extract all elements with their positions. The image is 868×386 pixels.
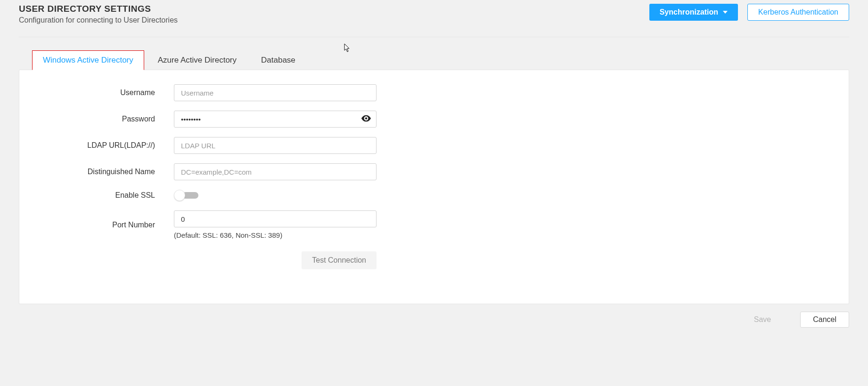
toggle-password-visibility-button[interactable] — [360, 113, 373, 125]
username-label: Username — [47, 88, 174, 97]
synchronization-button[interactable]: Synchronization — [649, 4, 738, 21]
username-input[interactable] — [174, 84, 377, 101]
password-input[interactable] — [174, 111, 377, 128]
ldap-url-input[interactable] — [174, 137, 377, 154]
save-button[interactable]: Save — [751, 315, 774, 324]
page-title: USER DIRECTORY SETTINGS — [19, 4, 178, 14]
port-number-help: (Default: SSL: 636, Non-SSL: 389) — [174, 231, 377, 239]
enable-ssl-label: Enable SSL — [47, 191, 174, 200]
port-number-label: Port Number — [47, 221, 174, 229]
ldap-url-label: LDAP URL(LDAP://) — [47, 141, 174, 150]
synchronization-button-label: Synchronization — [660, 8, 718, 16]
password-label: Password — [47, 115, 174, 123]
toggle-knob — [174, 190, 185, 201]
distinguished-name-input[interactable] — [174, 163, 377, 180]
distinguished-name-label: Distinguished Name — [47, 168, 174, 176]
kerberos-authentication-button[interactable]: Kerberos Authentication — [747, 4, 849, 21]
page-subtitle: Configuration for connecting to User Dir… — [19, 16, 178, 24]
port-number-input[interactable] — [174, 210, 377, 227]
kerberos-authentication-label: Kerberos Authentication — [758, 8, 838, 16]
tab-windows-active-directory[interactable]: Windows Active Directory — [32, 50, 144, 70]
tab-database[interactable]: Database — [250, 50, 306, 70]
header-divider — [19, 37, 849, 37]
tab-strip: Windows Active Directory Azure Active Di… — [32, 50, 849, 70]
enable-ssl-toggle[interactable] — [174, 190, 198, 201]
footer-actions: Save Cancel — [751, 312, 849, 328]
cancel-button[interactable]: Cancel — [800, 312, 849, 328]
tab-azure-active-directory[interactable]: Azure Active Directory — [147, 50, 247, 70]
caret-down-icon — [723, 11, 728, 14]
eye-icon — [361, 115, 371, 123]
settings-panel: Username Password — [19, 70, 849, 304]
test-connection-button[interactable]: Test Connection — [302, 251, 377, 269]
svg-point-0 — [365, 117, 368, 120]
